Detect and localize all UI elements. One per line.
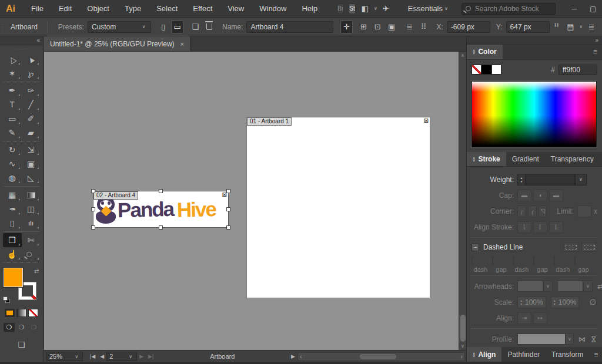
swap-fill-stroke-icon[interactable]: ⇄ — [34, 268, 39, 274]
menu-file[interactable]: File — [24, 4, 51, 13]
artboard-number-dropdown[interactable]: 2 ∨ — [106, 352, 137, 361]
perspective-grid-tool[interactable]: ◺ — [22, 171, 41, 185]
arrange-documents-icon[interactable]: ◧ — [358, 4, 372, 13]
draw-normal-button[interactable]: ❍ — [4, 323, 15, 332]
rotate-tool[interactable]: ↻ — [3, 143, 22, 157]
selection-handle[interactable] — [91, 225, 95, 230]
delete-artboard-icon[interactable]: ⊠ — [424, 118, 429, 124]
draw-inside-button[interactable]: ❍ — [28, 323, 39, 332]
preserve-dash-button[interactable] — [563, 242, 579, 252]
stock-button[interactable]: St — [349, 4, 355, 14]
presets-dropdown[interactable]: Custom ∨ — [88, 21, 151, 33]
preset-fit-button[interactable]: ▣ — [386, 21, 397, 33]
chevron-down-icon[interactable]: ∨ — [372, 6, 379, 11]
width-tool[interactable]: ∿ — [3, 157, 22, 171]
grid-view-icon[interactable]: ⠛ — [551, 21, 563, 33]
tab-pathfinder[interactable]: Pathfinder — [501, 347, 546, 362]
new-artboard-button[interactable]: ❏ — [189, 21, 201, 33]
type-tool[interactable]: T — [3, 97, 22, 112]
projecting-cap-button[interactable]: ▬ — [549, 190, 563, 201]
lasso-tool[interactable]: ℘ — [22, 66, 41, 80]
tab-align[interactable]: ∧ ∨ Align — [467, 347, 501, 362]
selection-tool[interactable]: △ — [3, 52, 22, 66]
bridge-button[interactable]: Br — [337, 4, 344, 14]
first-artboard-button[interactable]: |◀ — [88, 353, 98, 359]
link-scales-icon[interactable]: ∅ — [590, 298, 597, 306]
hand-tool[interactable]: ☝ — [3, 247, 22, 261]
blend-tool[interactable]: ◫ — [22, 202, 41, 216]
free-transform-tool[interactable]: ▣ — [22, 157, 41, 171]
tools-grip[interactable]: ∙∙∙∙∙∙∙∙∙ — [0, 45, 43, 52]
eraser-tool[interactable]: ▰ — [22, 126, 41, 140]
dash-input[interactable] — [471, 256, 473, 265]
panel-layout-icon[interactable]: ▤ — [564, 21, 576, 33]
minimize-button[interactable]: ─ — [565, 5, 584, 13]
dash-input[interactable] — [513, 256, 514, 265]
butt-cap-button[interactable]: ▬ — [517, 190, 531, 201]
horizontal-scrollbar[interactable]: ‹ › — [297, 352, 465, 361]
color-spectrum[interactable] — [471, 81, 597, 147]
menu-view[interactable]: View — [220, 4, 252, 13]
horizontal-scroll-thumb[interactable] — [360, 354, 396, 359]
selection-handle[interactable] — [226, 207, 230, 211]
menu-type[interactable]: Type — [117, 4, 149, 13]
last-artboard-button[interactable]: ▶| — [146, 353, 156, 359]
align-dash-button[interactable] — [581, 242, 597, 252]
landscape-orientation-button[interactable]: ▭ — [171, 21, 183, 33]
scale-tool[interactable]: ⇲ — [22, 143, 41, 157]
close-tab-icon[interactable]: × — [180, 41, 184, 48]
vertical-scroll-thumb[interactable] — [460, 315, 466, 342]
weight-stepper[interactable]: ▴ ▾ — [517, 174, 526, 186]
align-stroke-outside-button[interactable]: ⌊ — [549, 221, 563, 233]
swap-arrowheads-icon[interactable]: ⇄ — [597, 282, 602, 291]
paintbrush-tool[interactable]: ✐ — [22, 112, 41, 126]
tab-stroke[interactable]: ∧ ∨ Stroke — [467, 152, 506, 167]
zoom-tool[interactable] — [22, 247, 41, 261]
menu-edit[interactable]: Edit — [51, 4, 79, 13]
limit-input[interactable] — [577, 205, 591, 217]
y-position-input[interactable] — [506, 21, 550, 33]
status-flyout-button[interactable]: ▶ — [289, 353, 297, 359]
chevron-down-icon[interactable]: ∨ — [566, 333, 574, 345]
draw-behind-button[interactable]: ❍ — [16, 323, 27, 332]
canvas[interactable]: 01 - Artboard 1 ⊠ Panda Hive 02 — [44, 52, 466, 350]
color-panel-menu-icon[interactable]: ≡ — [588, 45, 602, 59]
collapse-panels-icon[interactable]: » — [467, 36, 602, 45]
align-arrow-tip-button[interactable]: ⇥ — [517, 312, 531, 324]
adobe-stock-search[interactable] — [461, 3, 556, 15]
gap-input[interactable] — [574, 256, 576, 265]
menu-window[interactable]: Window — [252, 4, 294, 13]
round-join-button[interactable]: ╭ — [528, 205, 537, 217]
round-cap-button[interactable]: ◖ — [533, 190, 547, 201]
align-arrow-end-button[interactable]: ↦ — [533, 312, 547, 324]
tab-transparency[interactable]: Transparency — [545, 152, 600, 167]
color-fill-button[interactable] — [5, 309, 15, 317]
scroll-up-icon[interactable]: ∧ — [459, 53, 466, 58]
artboard-1[interactable]: 01 - Artboard 1 ⊠ — [246, 117, 430, 298]
default-fill-stroke-icon[interactable] — [3, 296, 10, 303]
gradient-fill-button[interactable] — [16, 309, 26, 317]
rearrange-artboards-button[interactable]: ⠿ — [418, 21, 430, 33]
selection-handle[interactable] — [159, 189, 163, 193]
align-stroke-inside-button[interactable]: ⌊ — [533, 221, 547, 233]
gpu-performance-icon[interactable]: ✈ — [379, 4, 393, 13]
collapse-tools-icon[interactable]: « — [0, 36, 43, 45]
line-segment-tool[interactable]: ╱ — [22, 97, 41, 112]
previous-artboard-button[interactable]: ◀ — [98, 353, 106, 359]
screen-mode-button[interactable]: ❏ — [0, 340, 43, 349]
gap-input[interactable] — [533, 256, 534, 265]
menu-effect[interactable]: Effect — [185, 4, 220, 13]
none-swatch[interactable] — [471, 65, 481, 75]
zoom-level-dropdown[interactable]: 25% ∨ — [46, 352, 83, 361]
black-swatch[interactable] — [481, 65, 491, 75]
stroke-panel-menu-icon[interactable]: ≡ — [600, 152, 602, 167]
none-fill-button[interactable] — [28, 309, 38, 317]
dash-input[interactable] — [554, 256, 555, 265]
pen-tool[interactable]: ✒ — [3, 83, 22, 97]
selection-handle[interactable] — [91, 207, 95, 211]
grip-handle[interactable]: ∙∙∙∙ — [0, 24, 6, 30]
curvature-pen-tool[interactable]: ✑ — [22, 83, 41, 97]
miter-join-button[interactable]: ┌ — [517, 205, 526, 217]
menu-help[interactable]: Help — [294, 4, 325, 13]
profile-dropdown[interactable] — [517, 333, 566, 345]
